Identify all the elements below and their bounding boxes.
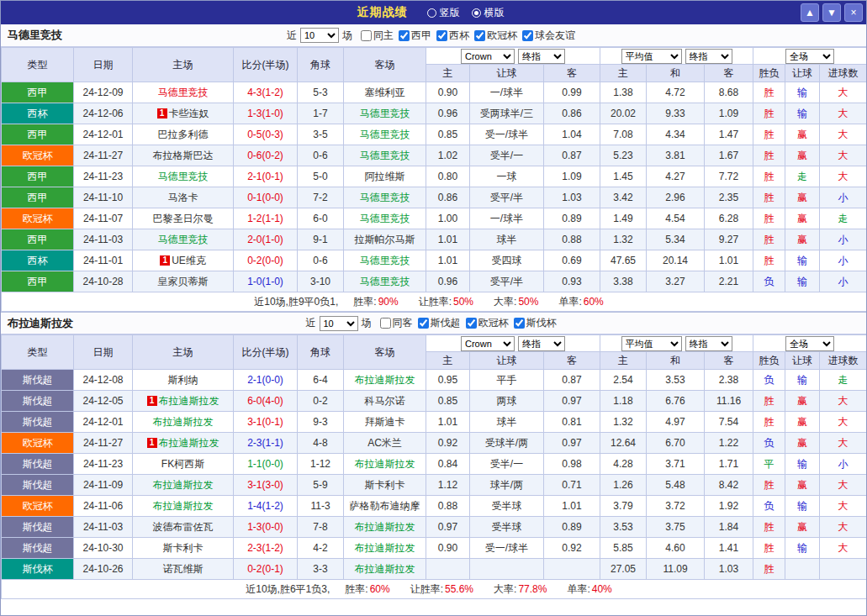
team-link[interactable]: 马德里竞技 (360, 213, 410, 224)
away-team-cell[interactable]: 布拉迪斯拉发 (344, 517, 426, 538)
team-link[interactable]: 塞维利亚 (365, 87, 405, 98)
team-link[interactable]: 布拉迪斯拉发 (355, 542, 415, 554)
away-team-cell[interactable]: 马德里竞技 (344, 250, 426, 271)
away-team-cell[interactable]: 塞维利亚 (344, 82, 426, 103)
checkbox-input[interactable] (474, 30, 485, 41)
team-link[interactable]: 马德里竞技 (158, 234, 209, 245)
checkbox-input[interactable] (399, 30, 410, 41)
checkbox-input[interactable] (514, 318, 525, 329)
team-link[interactable]: 马德里竞技 (158, 87, 209, 98)
filter-checkbox-西甲[interactable]: 西甲 (399, 29, 431, 43)
home-team-cell[interactable]: FK柯西斯 (133, 454, 234, 475)
team-link[interactable]: 卡些连奴 (169, 108, 209, 119)
checkbox-input[interactable] (436, 30, 447, 41)
home-team-cell[interactable]: 巴黎圣日尔曼 (133, 208, 234, 229)
euro-stage-select[interactable]: 终指 (685, 49, 732, 64)
filter-checkbox-斯伐超[interactable]: 斯伐超 (418, 316, 461, 330)
team-link[interactable]: 布拉迪斯拉发 (159, 395, 219, 407)
team-link[interactable]: 马德里竞技 (360, 108, 410, 119)
home-team-cell[interactable]: 布拉迪斯拉发 (133, 496, 234, 517)
away-team-cell[interactable]: 萨格勒布迪纳摩 (344, 496, 426, 517)
filter-checkbox-欧冠杯[interactable]: 欧冠杯 (466, 316, 509, 330)
team-link[interactable]: UE维克 (172, 255, 206, 266)
away-team-cell[interactable]: 马德里竞技 (344, 208, 426, 229)
team-link[interactable]: 斯卡利卡 (365, 479, 405, 491)
team-link[interactable]: 布拉迪斯拉发 (153, 416, 214, 428)
away-team-cell[interactable]: 马德里竞技 (344, 271, 426, 292)
away-team-cell[interactable]: 拉斯帕尔马斯 (344, 229, 426, 250)
away-team-cell[interactable]: 阿拉维斯 (344, 166, 426, 187)
euro-source-select[interactable]: 平均值 (621, 49, 682, 64)
checkbox-input[interactable] (361, 30, 372, 41)
team-link[interactable]: 马德里竞技 (360, 150, 410, 161)
away-team-cell[interactable]: 马德里竞技 (344, 124, 426, 145)
euro-stage-select[interactable]: 终指 (685, 336, 732, 351)
away-team-cell[interactable]: 布拉迪斯拉发 (344, 559, 426, 580)
team-link[interactable]: 斯卡利卡 (163, 542, 204, 554)
team-link[interactable]: 皇家贝蒂斯 (158, 276, 209, 287)
radio-vertical-layout[interactable]: 竖版 (427, 6, 460, 20)
filter-checkbox-西杯[interactable]: 西杯 (436, 29, 469, 43)
away-team-cell[interactable]: AC米兰 (344, 433, 426, 454)
filter-checkbox-同客[interactable]: 同客 (380, 316, 413, 330)
away-team-cell[interactable]: 布拉迪斯拉发 (344, 454, 426, 475)
away-team-cell[interactable]: 马德里竞技 (344, 187, 426, 208)
away-team-cell[interactable]: 拜斯迪卡 (344, 412, 426, 433)
bookmaker-select[interactable]: Crown (461, 49, 515, 64)
team-link[interactable]: 科马尔诺 (365, 395, 405, 407)
home-team-cell[interactable]: 布拉迪斯拉发 (133, 475, 234, 496)
filter-checkbox-球会友谊[interactable]: 球会友谊 (522, 29, 575, 43)
team-link[interactable]: 波德布雷佐瓦 (153, 521, 214, 533)
home-team-cell[interactable]: 1布拉迪斯拉发 (133, 433, 234, 454)
bookmaker-select[interactable]: Crown (461, 336, 515, 351)
away-team-cell[interactable]: 布拉迪斯拉发 (344, 370, 426, 391)
scroll-down-button[interactable]: ▼ (822, 3, 841, 22)
checkbox-input[interactable] (418, 318, 429, 329)
home-team-cell[interactable]: 斯利纳 (133, 370, 234, 391)
home-team-cell[interactable]: 1布拉迪斯拉发 (133, 391, 234, 412)
away-team-cell[interactable]: 布拉迪斯拉发 (344, 538, 426, 559)
home-team-cell[interactable]: 马德里竞技 (133, 82, 234, 103)
team-link[interactable]: 拉斯帕尔马斯 (355, 234, 415, 245)
team-link[interactable]: 布拉迪斯拉发 (153, 500, 214, 512)
away-team-cell[interactable]: 马德里竞技 (344, 145, 426, 166)
home-team-cell[interactable]: 皇家贝蒂斯 (133, 271, 234, 292)
team-link[interactable]: 布拉迪斯拉发 (355, 521, 415, 533)
team-link[interactable]: 斯利纳 (168, 374, 198, 386)
filter-checkbox-同主[interactable]: 同主 (361, 29, 394, 43)
team-link[interactable]: 萨格勒布迪纳摩 (350, 500, 420, 512)
team-link[interactable]: 诺瓦维斯 (163, 563, 204, 575)
checkbox-input[interactable] (380, 318, 391, 329)
checkbox-input[interactable] (466, 318, 477, 329)
checkbox-input[interactable] (522, 30, 533, 41)
team-link[interactable]: 阿拉维斯 (365, 171, 405, 182)
home-team-cell[interactable]: 1卡些连奴 (133, 103, 234, 124)
home-team-cell[interactable]: 诺瓦维斯 (133, 559, 234, 580)
away-team-cell[interactable]: 马德里竞技 (344, 103, 426, 124)
home-team-cell[interactable]: 布拉迪斯拉发 (133, 412, 234, 433)
home-team-cell[interactable]: 布拉格斯巴达 (133, 145, 234, 166)
match-count-select[interactable]: 10 (320, 316, 358, 331)
team-link[interactable]: 布拉迪斯拉发 (355, 374, 415, 386)
scope-select[interactable]: 全场 (785, 49, 834, 64)
handicap-stage-select[interactable]: 终指 (518, 336, 565, 351)
team-link[interactable]: 马德里竞技 (360, 276, 410, 287)
team-link[interactable]: 马德里竞技 (360, 255, 410, 266)
team-link[interactable]: 马洛卡 (168, 192, 198, 203)
home-team-cell[interactable]: 马德里竞技 (133, 229, 234, 250)
filter-checkbox-欧冠杯[interactable]: 欧冠杯 (474, 29, 517, 43)
away-team-cell[interactable]: 斯卡利卡 (344, 475, 426, 496)
team-link[interactable]: 布拉迪斯拉发 (355, 563, 415, 575)
team-link[interactable]: 马德里竞技 (360, 192, 410, 203)
team-link[interactable]: 布拉迪斯拉发 (153, 479, 214, 491)
match-count-select[interactable]: 10 (300, 28, 339, 43)
away-team-cell[interactable]: 科马尔诺 (344, 391, 426, 412)
close-button[interactable]: × (844, 3, 863, 22)
euro-source-select[interactable]: 平均值 (621, 336, 682, 351)
team-link[interactable]: 巴黎圣日尔曼 (153, 213, 214, 224)
home-team-cell[interactable]: 斯卡利卡 (133, 538, 234, 559)
filter-checkbox-斯伐杯[interactable]: 斯伐杯 (514, 316, 557, 330)
home-team-cell[interactable]: 1UE维克 (133, 250, 234, 271)
home-team-cell[interactable]: 马洛卡 (133, 187, 234, 208)
home-team-cell[interactable]: 马德里竞技 (133, 166, 234, 187)
